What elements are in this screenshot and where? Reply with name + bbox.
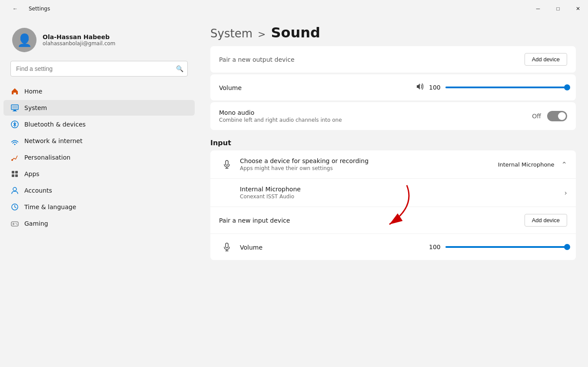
sidebar-item-time[interactable]: Time & language: [3, 199, 195, 215]
input-device-row[interactable]: Internal Microphone Conexant ISST Audio …: [210, 179, 576, 207]
output-volume-icon: [415, 82, 425, 93]
input-pair-control: Add device: [525, 214, 567, 227]
minimize-button[interactable]: ─: [528, 0, 548, 17]
mono-audio-control: Off: [532, 111, 567, 121]
avatar: 👤: [12, 28, 37, 52]
input-volume-slider[interactable]: [445, 246, 567, 248]
bluetooth-icon: [10, 120, 19, 129]
sidebar-item-personalisation[interactable]: Personalisation: [3, 150, 195, 165]
home-icon: [10, 87, 19, 96]
nav-list: Home System: [0, 83, 198, 232]
mono-audio-toggle[interactable]: [547, 111, 567, 121]
mono-audio-row: Mono audio Combine left and right audio …: [210, 102, 576, 130]
input-device-label: Internal Microphone: [240, 186, 565, 193]
sidebar-item-home[interactable]: Home: [3, 83, 195, 99]
svg-rect-1: [12, 106, 17, 109]
sidebar-item-system[interactable]: System: [3, 100, 195, 116]
input-choose-row[interactable]: Choose a device for speaking or recordin…: [210, 150, 576, 179]
input-choose-value: Internal Microphone: [498, 161, 555, 168]
output-volume-card: Volume 100: [210, 74, 576, 100]
svg-rect-7: [12, 171, 14, 173]
sidebar-item-apps[interactable]: Apps: [3, 166, 195, 182]
input-choose-sublabel: Apps might have their own settings: [240, 165, 498, 171]
sidebar: 👤 Ola-Hassan Habeeb olahassanbolaji@gmai…: [0, 17, 198, 367]
output-volume-control: 100: [415, 82, 567, 93]
content-area: System > Sound Pair a new output device …: [198, 17, 588, 367]
time-icon: [10, 203, 19, 211]
output-pair-card: Pair a new output device Add device: [210, 46, 576, 73]
sidebar-item-gaming[interactable]: Gaming: [3, 216, 195, 231]
input-section-heading: Input: [210, 139, 576, 147]
sidebar-item-label-network: Network & internet: [24, 137, 83, 144]
back-button[interactable]: ←: [5, 0, 25, 17]
input-pair-label-container: Pair a new input device: [219, 216, 525, 224]
input-choose-label-container: Choose a device for speaking or recordin…: [240, 157, 498, 171]
input-volume-fill: [445, 246, 567, 248]
input-device-sublabel: Conexant ISST Audio: [240, 194, 565, 200]
mic-volume-icon: [219, 242, 235, 252]
user-email: olahassanbolaji@gmail.com: [43, 40, 116, 47]
sidebar-item-bluetooth[interactable]: Bluetooth & devices: [3, 117, 195, 132]
sidebar-item-label-accounts: Accounts: [24, 187, 52, 194]
content-header: System > Sound: [198, 17, 588, 46]
svg-rect-3: [13, 111, 17, 111]
input-choose-control: Internal Microphone ⌃: [498, 160, 567, 169]
output-volume-label: Volume: [219, 84, 242, 91]
output-volume-value: 100: [429, 84, 441, 91]
svg-rect-2: [13, 110, 16, 111]
mono-audio-sublabel: Combine left and right audio channels in…: [219, 117, 532, 123]
gaming-icon: [10, 219, 19, 228]
system-icon: [10, 103, 19, 112]
output-volume-row: Volume 100: [210, 74, 576, 100]
input-device-control: ›: [565, 189, 567, 197]
output-pair-label: Pair a new output device: [219, 56, 295, 63]
input-choose-label: Choose a device for speaking or recordin…: [240, 157, 498, 164]
svg-point-11: [13, 187, 17, 191]
output-volume-fill: [445, 87, 567, 88]
content-scroll: Pair a new output device Add device Volu…: [198, 46, 588, 367]
close-button[interactable]: ✕: [568, 0, 588, 17]
svg-point-6: [11, 159, 13, 161]
svg-rect-9: [12, 174, 14, 177]
user-info: Ola-Hassan Habeeb olahassanbolaji@gmail.…: [43, 33, 116, 47]
sidebar-item-label-time: Time & language: [24, 204, 76, 210]
sidebar-item-label-home: Home: [24, 88, 42, 95]
accounts-icon: [10, 186, 19, 195]
titlebar-left: ← Settings: [5, 0, 50, 17]
output-volume-thumb: [564, 84, 570, 90]
input-pair-label: Pair a new input device: [219, 217, 290, 224]
output-volume-slider[interactable]: [445, 87, 567, 88]
input-add-device-button[interactable]: Add device: [525, 214, 567, 227]
input-device-card: Choose a device for speaking or recordin…: [210, 150, 576, 260]
page-title: Sound: [271, 24, 320, 41]
user-name: Ola-Hassan Habeeb: [43, 33, 116, 40]
chevron-right-icon: ›: [565, 189, 567, 197]
input-volume-value: 100: [429, 244, 441, 250]
output-add-device-button[interactable]: Add device: [525, 53, 567, 66]
breadcrumb-separator: >: [258, 29, 266, 40]
chevron-up-icon: ⌃: [561, 160, 567, 169]
sidebar-item-label-apps: Apps: [24, 170, 40, 177]
titlebar-controls: ─ □ ✕: [528, 0, 588, 17]
search-input[interactable]: [10, 61, 188, 77]
titlebar-title: Settings: [29, 6, 50, 12]
sidebar-item-label-personalisation: Personalisation: [24, 154, 70, 161]
svg-point-5: [14, 144, 16, 145]
apps-icon: [10, 170, 19, 178]
input-volume-row: Volume 100: [210, 234, 576, 260]
input-volume-thumb: [564, 244, 570, 250]
user-section: 👤 Ola-Hassan Habeeb olahassanbolaji@gmai…: [0, 17, 198, 61]
personalisation-icon: [10, 153, 19, 162]
search-box: 🔍: [10, 61, 188, 77]
maximize-button[interactable]: □: [548, 0, 568, 17]
sidebar-item-label-bluetooth: Bluetooth & devices: [24, 121, 86, 128]
sidebar-item-network[interactable]: Network & internet: [3, 133, 195, 149]
input-volume-control: 100: [429, 244, 567, 250]
mono-audio-toggle-thumb: [558, 112, 566, 120]
svg-rect-19: [226, 243, 228, 248]
svg-point-15: [17, 224, 17, 225]
sidebar-item-label-gaming: Gaming: [24, 220, 48, 227]
search-icon: 🔍: [176, 65, 183, 72]
sidebar-item-label-system: System: [24, 104, 47, 111]
sidebar-item-accounts[interactable]: Accounts: [3, 183, 195, 198]
